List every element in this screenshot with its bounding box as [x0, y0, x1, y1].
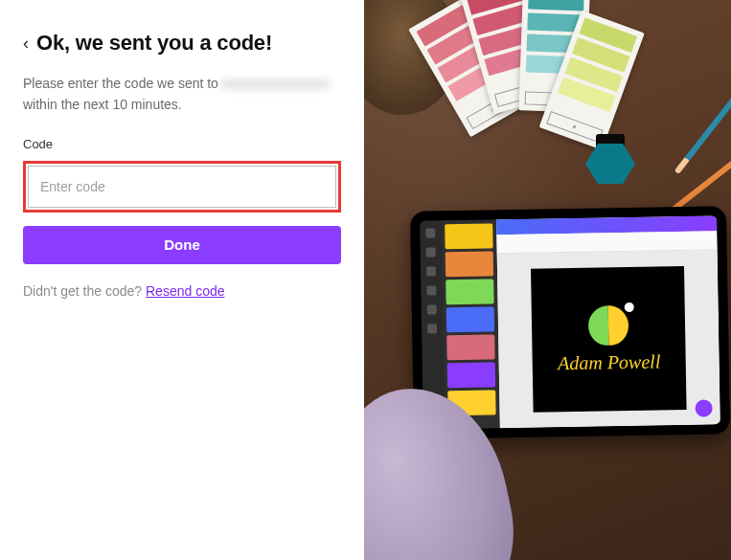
ink-bottle [585, 134, 635, 184]
done-button[interactable]: Done [23, 226, 341, 264]
code-field-label: Code [23, 137, 341, 151]
code-input-highlight [23, 161, 341, 213]
verification-panel: ‹ Ok, we sent you a code! Please enter t… [0, 0, 364, 560]
canvas-brand-text: Adam Powell [558, 350, 661, 374]
tablet-main: Adam Powell [496, 215, 720, 428]
page-title: Ok, we sent you a code! [36, 31, 272, 56]
logo-mark-icon [588, 304, 629, 346]
tablet-canvas: Adam Powell [497, 250, 720, 428]
canvas-artwork: Adam Powell [531, 266, 687, 413]
instruction-prefix: Please enter the code we sent to [23, 76, 222, 91]
resend-code-link[interactable]: Resend code [146, 283, 225, 299]
back-icon[interactable]: ‹ [23, 34, 31, 52]
resend-row: Didn't get the code? Resend code [23, 283, 341, 299]
tablet-thumbnails [441, 219, 500, 429]
tablet-device: Adam Powell [410, 206, 730, 439]
redacted-recipient: xxxxxxxxxxxxxxxx [222, 76, 330, 91]
header-row: ‹ Ok, we sent you a code! [23, 31, 341, 56]
hero-image: ≡ ≡ ≡ ≡ [364, 0, 731, 560]
resend-prompt: Didn't get the code? [23, 283, 146, 299]
code-input[interactable] [28, 166, 336, 208]
instruction-suffix: within the next 10 minutes. [23, 97, 182, 112]
fab-icon [695, 399, 712, 416]
tablet-screen: Adam Powell [420, 215, 720, 429]
instruction-text: Please enter the code we sent to xxxxxxx… [23, 73, 341, 116]
